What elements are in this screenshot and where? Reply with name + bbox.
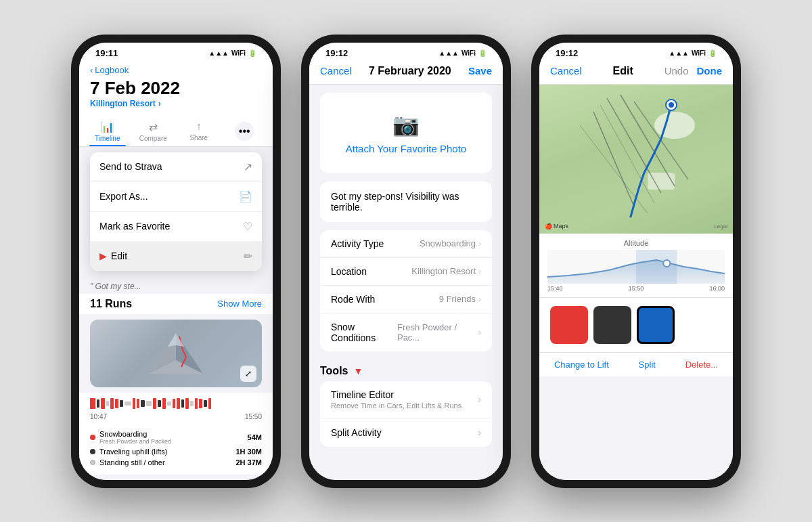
- route-map[interactable]: 🍎 Maps Legal: [539, 85, 733, 234]
- p3-nav-title: Edit: [613, 65, 633, 77]
- legend-val-standing: 2H 37M: [235, 458, 262, 466]
- chevron-activity-icon: ›: [478, 239, 481, 248]
- legend-label-snowboarding: Snowboarding: [99, 430, 171, 438]
- wifi-3-icon: WiFi: [692, 49, 706, 57]
- map-preview[interactable]: ⤢: [90, 320, 262, 387]
- quote-text: " Got my ste...: [79, 276, 273, 294]
- legend: Snowboarding Fresh Powder and Packed 54M…: [79, 425, 273, 475]
- bar-18: [177, 398, 180, 409]
- tool-split-activity[interactable]: Split Activity ›: [320, 418, 492, 447]
- show-more-button[interactable]: Show More: [217, 299, 262, 309]
- tools-arrow-icon: ▼: [353, 366, 363, 376]
- bar-20: [185, 398, 189, 409]
- bar-10: [137, 399, 139, 408]
- alt-time-1: 15:40: [547, 285, 563, 292]
- dot-standing: [90, 460, 95, 465]
- tool-timeline-editor[interactable]: Timeline Editor Remove Time in Cars, Edi…: [320, 381, 492, 418]
- strava-icon: ↗: [244, 160, 252, 173]
- tab-more[interactable]: •••: [222, 118, 268, 146]
- mountain-graphic: [135, 326, 217, 380]
- field-label-activity: Activity Type: [331, 238, 384, 249]
- heart-icon: ♡: [243, 220, 252, 233]
- tab-bar: 📊 Timeline ⇄ Compare ↑ Share •••: [79, 115, 273, 147]
- altitude-times: 15:40 15:50 16:00: [547, 285, 725, 292]
- save-button[interactable]: Save: [468, 65, 492, 77]
- bar-24: [204, 400, 207, 407]
- menu-item-strava[interactable]: Send to Strava ↗: [90, 152, 262, 182]
- legend-val-lifts: 1H 30M: [235, 448, 262, 456]
- main-container: 19:11 ▲▲▲ WiFi 🔋 ‹ Logbook 7 Feb 2022 K: [0, 0, 812, 522]
- chevron-snow-icon: ›: [478, 328, 481, 337]
- tab-timeline[interactable]: 📊 Timeline: [85, 118, 131, 146]
- menu-item-export[interactable]: Export As... 📄: [90, 182, 262, 212]
- field-val-activity: Snowboarding: [420, 238, 476, 248]
- tab-share[interactable]: ↑ Share: [176, 118, 222, 146]
- edit-label: Edit: [111, 251, 127, 261]
- tab-compare-label: Compare: [139, 135, 167, 142]
- back-button[interactable]: ‹ Logbook: [90, 65, 262, 75]
- runs-header: 11 Runs Show More: [90, 298, 262, 310]
- split-button[interactable]: Split: [639, 360, 656, 370]
- chevron-rode-icon: ›: [478, 295, 481, 304]
- cancel-button-3[interactable]: Cancel: [550, 65, 582, 77]
- field-val-location: Killington Resort: [411, 266, 476, 276]
- alt-time-3: 16:00: [709, 285, 725, 292]
- bar-17: [173, 399, 175, 408]
- undo-button[interactable]: Undo: [664, 65, 689, 77]
- menu-item-favorite[interactable]: Mark as Favorite ♡: [90, 212, 262, 242]
- edit-arrow-icon: ▶: [99, 251, 107, 261]
- svg-point-5: [654, 112, 695, 139]
- signal-icon: ▲▲▲: [208, 49, 229, 57]
- notes-field[interactable]: Got my step-ons! Visibility was terrible…: [320, 181, 492, 222]
- svg-marker-3: [168, 333, 184, 347]
- tool-split-name: Split Activity: [331, 427, 382, 438]
- field-rode-with[interactable]: Rode With 9 Friends ›: [320, 286, 492, 313]
- field-snow-conditions[interactable]: Snow Conditions Fresh Powder / Pac... ›: [320, 313, 492, 351]
- delete-button[interactable]: Delete...: [685, 360, 718, 370]
- p1-header: ‹ Logbook 7 Feb 2022 Killington Resort ›: [79, 61, 273, 115]
- altitude-chart[interactable]: [547, 250, 725, 284]
- time-end: 15:50: [245, 413, 262, 420]
- bar-13: [153, 398, 156, 409]
- svg-rect-15: [636, 250, 677, 284]
- maps-branding: 🍎 Maps: [545, 223, 568, 230]
- phone-2: 19:12 ▲▲▲ WiFi 🔋 Cancel 7 February 2020 …: [301, 35, 511, 488]
- field-location[interactable]: Location Killington Resort ›: [320, 258, 492, 286]
- mountain-svg: [135, 326, 217, 380]
- activity-fields: Activity Type Snowboarding › Location Ki…: [320, 230, 492, 351]
- tab-share-label: Share: [189, 134, 208, 142]
- bar-1: [90, 398, 95, 409]
- expand-button[interactable]: ⤢: [240, 366, 256, 382]
- swatch-dark[interactable]: [593, 306, 631, 344]
- color-swatches: [539, 298, 733, 352]
- svg-rect-6: [648, 173, 675, 190]
- tools-header: Tools ▼: [320, 360, 492, 381]
- swatch-red[interactable]: [550, 306, 588, 344]
- chevron-location-icon: ›: [478, 267, 481, 276]
- altitude-svg: [547, 250, 725, 284]
- altitude-title: Altitude: [547, 239, 725, 247]
- more-icon: •••: [235, 122, 254, 141]
- done-button[interactable]: Done: [697, 65, 723, 77]
- svg-point-14: [669, 102, 674, 108]
- time-3: 19:12: [556, 48, 578, 58]
- back-chevron-icon: ‹: [90, 65, 93, 75]
- field-activity-type[interactable]: Activity Type Snowboarding ›: [320, 230, 492, 258]
- bar-16: [167, 401, 171, 406]
- export-icon: 📄: [239, 190, 252, 203]
- timeline-icon: 📊: [101, 121, 114, 133]
- tab-compare[interactable]: ⇄ Compare: [131, 118, 177, 146]
- bar-23: [199, 399, 202, 408]
- cancel-button-2[interactable]: Cancel: [320, 65, 352, 77]
- menu-item-edit[interactable]: ▶ Edit ✏: [90, 242, 262, 271]
- swatch-blue-selected[interactable]: [637, 306, 675, 344]
- legend-val-snowboarding: 54M: [248, 433, 262, 441]
- change-to-lift-button[interactable]: Change to Lift: [554, 360, 609, 370]
- timeline-times: 10:47 15:50: [90, 413, 262, 420]
- tool-timeline-name: Timeline Editor: [331, 389, 461, 400]
- photo-attach-section[interactable]: 📷 Attach Your Favorite Photo: [320, 93, 492, 173]
- bar-15: [162, 398, 166, 409]
- status-icons-3: ▲▲▲ WiFi 🔋: [669, 49, 717, 57]
- dot-lifts: [90, 449, 95, 454]
- bar-25: [208, 398, 211, 409]
